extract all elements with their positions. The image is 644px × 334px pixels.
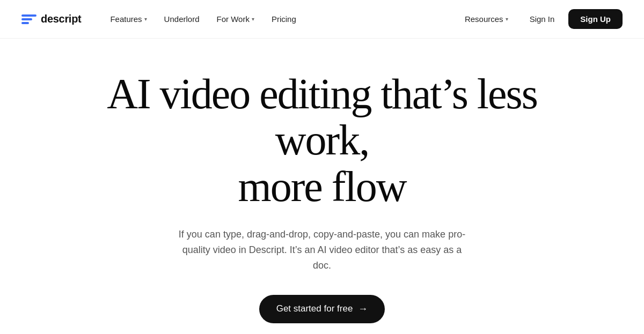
chevron-down-icon-2: ▾ xyxy=(252,16,254,22)
get-started-button[interactable]: Get started for free → xyxy=(259,295,385,323)
nav-right: Resources ▾ Sign In Sign Up xyxy=(457,9,623,29)
chevron-down-icon-3: ▾ xyxy=(506,16,508,22)
arrow-icon: → xyxy=(358,303,368,315)
logo-bar-3 xyxy=(21,22,29,24)
brand-name: descript xyxy=(41,13,81,25)
brand-logo[interactable]: descript xyxy=(21,13,81,25)
nav-resources[interactable]: Resources ▾ xyxy=(457,10,516,28)
nav-underlord[interactable]: Underlord xyxy=(157,10,207,28)
logo-bar-1 xyxy=(21,14,36,17)
hero-subtitle: If you can type, drag-and-drop, copy-and… xyxy=(177,227,467,273)
navbar: descript Features ▾ Underlord For Work ▾… xyxy=(0,0,644,39)
sign-in-button[interactable]: Sign In xyxy=(520,10,565,28)
nav-left: Features ▾ Underlord For Work ▾ Pricing xyxy=(103,10,457,28)
logo-bar-2 xyxy=(21,18,32,20)
nav-for-work[interactable]: For Work ▾ xyxy=(209,10,261,28)
nav-pricing[interactable]: Pricing xyxy=(264,10,304,28)
nav-features[interactable]: Features ▾ xyxy=(103,10,154,28)
sign-up-button[interactable]: Sign Up xyxy=(568,9,623,29)
logo-icon xyxy=(21,13,36,25)
chevron-down-icon: ▾ xyxy=(144,16,147,22)
hero-section: AI video editing that’s less work, more … xyxy=(0,39,644,334)
hero-title: AI video editing that’s less work, more … xyxy=(80,71,564,210)
